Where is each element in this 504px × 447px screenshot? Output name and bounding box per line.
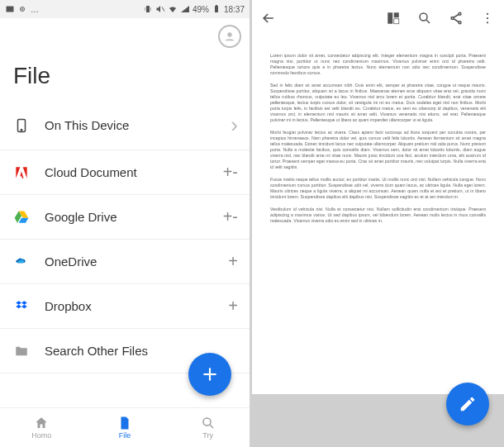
location-icon — [17, 4, 27, 14]
reader-toolbar — [252, 0, 504, 36]
battery-text: 49% — [193, 5, 209, 14]
nav-label: Try — [202, 431, 213, 440]
svg-rect-13 — [394, 19, 399, 24]
svg-point-9 — [21, 129, 22, 131]
mute-icon — [155, 4, 165, 14]
adobe-icon — [12, 163, 31, 183]
list-item-label: OneDrive — [45, 254, 223, 269]
device-icon — [12, 116, 31, 136]
nav-home[interactable]: Homo — [0, 416, 83, 440]
list-item-cloud-document[interactable]: Cloud Document +- — [0, 150, 250, 195]
signal-icon — [180, 4, 190, 14]
svg-point-15 — [459, 12, 461, 15]
svg-rect-5 — [215, 6, 218, 12]
status-bar: … 49% 18:37 — [0, 0, 250, 18]
list-item-google-drive[interactable]: Google Drive +- — [0, 195, 250, 240]
search-icon — [201, 416, 216, 430]
doc-paragraph: Sed in felis diam sit amet accumsan nibh… — [270, 83, 486, 123]
svg-rect-12 — [394, 12, 399, 17]
list-item-label: Search Other Files — [45, 344, 223, 358]
list-item-on-this-device[interactable]: On This Device › — [0, 101, 250, 150]
svg-point-18 — [487, 13, 488, 15]
plus-minus-icon: +- — [223, 207, 238, 226]
chevron-right-icon: › — [223, 112, 238, 138]
wifi-icon — [168, 4, 178, 14]
doc-paragraph: Fusce mattis neque tellus mollis auctor,… — [270, 177, 486, 200]
doc-paragraph: Lorem ipsum dolor sit amet, consectetur … — [270, 53, 486, 76]
list-item-label: Cloud Document — [45, 165, 223, 179]
add-fab[interactable] — [188, 353, 231, 396]
overflow-menu[interactable] — [479, 10, 496, 26]
svg-rect-3 — [146, 6, 150, 12]
list-item-label: Dropbox — [45, 299, 223, 313]
nav-label: Homo — [31, 431, 51, 440]
plus-minus-icon: +- — [223, 163, 238, 182]
plus-icon: + — [223, 297, 238, 316]
svg-point-17 — [459, 21, 461, 24]
svg-line-4 — [162, 7, 164, 12]
onedrive-icon — [12, 252, 31, 272]
svg-rect-6 — [216, 5, 217, 6]
svg-point-2 — [22, 9, 23, 10]
document-viewport[interactable]: Lorem ipsum dolor sit amet, consectetur … — [252, 36, 504, 394]
edit-fab[interactable] — [446, 383, 489, 426]
svg-point-19 — [487, 17, 488, 19]
list-item-onedrive[interactable]: OneDrive + — [0, 240, 250, 284]
svg-point-10 — [203, 418, 211, 426]
bottom-nav: Homo File Try — [0, 407, 250, 447]
nav-try[interactable]: Try — [166, 416, 250, 440]
profile-button[interactable] — [218, 25, 241, 48]
clock-text: 18:37 — [224, 5, 245, 14]
list-item-label: On This Device — [45, 118, 223, 132]
nav-file[interactable]: File — [83, 416, 167, 440]
right-screen: Lorem ipsum dolor sit amet, consectetur … — [252, 0, 504, 447]
dropbox-icon — [12, 297, 31, 316]
battery-icon — [212, 4, 221, 14]
svg-point-20 — [487, 21, 488, 23]
svg-point-16 — [451, 17, 454, 20]
list-item-dropbox[interactable]: Dropbox + — [0, 284, 250, 329]
layout-icon[interactable] — [385, 10, 402, 26]
back-button[interactable] — [260, 10, 277, 26]
svg-rect-11 — [388, 12, 392, 24]
plus-icon: + — [223, 252, 238, 271]
share-icon[interactable] — [448, 10, 464, 26]
google-drive-icon — [12, 207, 31, 227]
vibrate-icon — [143, 4, 153, 14]
doc-paragraph: Vestibulum id vehicula nisi. Nulla et co… — [270, 207, 486, 224]
file-icon — [117, 416, 132, 430]
left-screen: … 49% 18:37 File — [0, 0, 252, 447]
svg-rect-0 — [7, 7, 14, 12]
svg-point-14 — [420, 13, 427, 21]
zoom-icon[interactable] — [416, 10, 433, 26]
list-item-label: Google Drive — [45, 210, 223, 224]
nav-label: File — [119, 431, 131, 440]
svg-point-7 — [227, 32, 231, 36]
top-actions — [0, 18, 250, 55]
more-icon: … — [30, 4, 40, 14]
gallery-icon — [5, 4, 15, 14]
page-title: File — [0, 55, 250, 101]
doc-paragraph: Morbi feugiat pulvinar lectus ac vivera.… — [270, 130, 486, 170]
folder-icon — [12, 341, 31, 361]
home-icon — [34, 416, 49, 430]
